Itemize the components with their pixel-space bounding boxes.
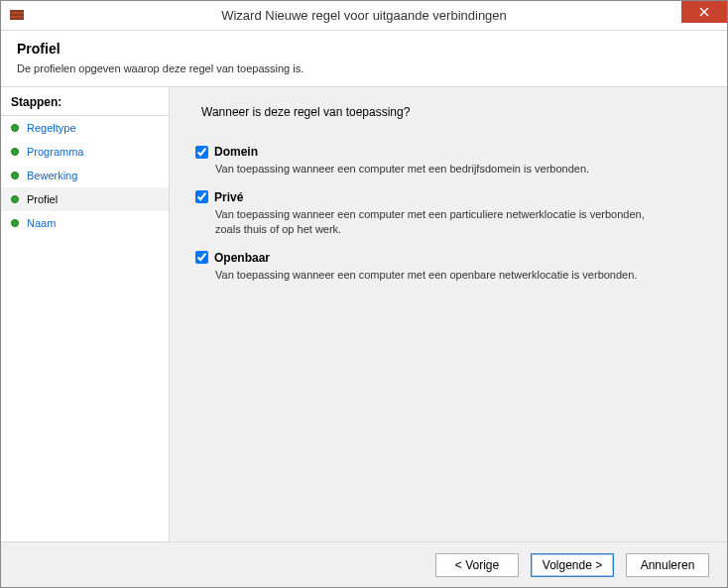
next-button[interactable]: Volgende > xyxy=(531,553,614,577)
cancel-button[interactable]: Annuleren xyxy=(626,553,709,577)
step-naam[interactable]: Naam xyxy=(1,211,169,235)
question-text: Wanneer is deze regel van toepassing? xyxy=(201,105,701,119)
svg-rect-3 xyxy=(10,18,24,20)
option-desc: Van toepassing wanneer een computer met … xyxy=(215,162,652,176)
step-bullet-icon xyxy=(11,219,19,227)
step-profiel[interactable]: Profiel xyxy=(1,187,169,211)
wizard-body: Stappen: Regeltype Programma Bewerking P… xyxy=(1,87,727,580)
step-programma[interactable]: Programma xyxy=(1,140,169,164)
back-button[interactable]: < Vorige xyxy=(435,553,519,577)
option-label: Domein xyxy=(214,145,258,159)
wizard-main: Wanneer is deze regel van toepassing? Do… xyxy=(170,87,727,580)
page-title: Profiel xyxy=(17,41,711,57)
titlebar: Wizard Nieuwe regel voor uitgaande verbi… xyxy=(1,1,727,31)
close-button[interactable] xyxy=(681,1,727,23)
firewall-icon xyxy=(9,7,25,23)
checkbox-prive[interactable] xyxy=(195,190,208,203)
wizard-footer: < Vorige Volgende > Annuleren xyxy=(1,541,727,587)
close-icon xyxy=(699,7,709,17)
step-regeltype[interactable]: Regeltype xyxy=(1,116,169,140)
option-label: Privé xyxy=(214,190,243,204)
option-label: Openbaar xyxy=(214,251,270,265)
step-bullet-icon xyxy=(11,195,19,203)
step-bewerking[interactable]: Bewerking xyxy=(1,164,169,187)
step-bullet-icon xyxy=(11,124,19,132)
option-openbaar: Openbaar Van toepassing wanneer een comp… xyxy=(195,251,701,283)
step-label: Bewerking xyxy=(27,170,77,181)
step-label: Programma xyxy=(27,146,83,158)
window-title: Wizard Nieuwe regel voor uitgaande verbi… xyxy=(221,8,507,23)
step-label: Regeltype xyxy=(27,122,76,134)
checkbox-openbaar[interactable] xyxy=(195,251,208,264)
wizard-header: Profiel De profielen opgeven waarop deze… xyxy=(1,31,727,87)
step-bullet-icon xyxy=(11,148,19,156)
step-label: Naam xyxy=(27,217,56,229)
checkbox-domein[interactable] xyxy=(195,146,208,159)
option-domein: Domein Van toepassing wanneer een comput… xyxy=(195,145,701,176)
option-desc: Van toepassing wanneer een computer met … xyxy=(215,207,652,237)
steps-sidebar: Stappen: Regeltype Programma Bewerking P… xyxy=(1,87,170,580)
wizard-window: Wizard Nieuwe regel voor uitgaande verbi… xyxy=(0,0,728,588)
steps-heading: Stappen: xyxy=(1,91,169,116)
option-desc: Van toepassing wanneer een computer met … xyxy=(215,268,652,283)
svg-rect-1 xyxy=(10,10,24,12)
option-prive: Privé Van toepassing wanneer een compute… xyxy=(195,190,701,237)
svg-rect-2 xyxy=(10,14,24,16)
step-label: Profiel xyxy=(27,193,58,205)
page-subtitle: De profielen opgeven waarop deze regel v… xyxy=(17,62,711,74)
step-bullet-icon xyxy=(11,172,19,179)
